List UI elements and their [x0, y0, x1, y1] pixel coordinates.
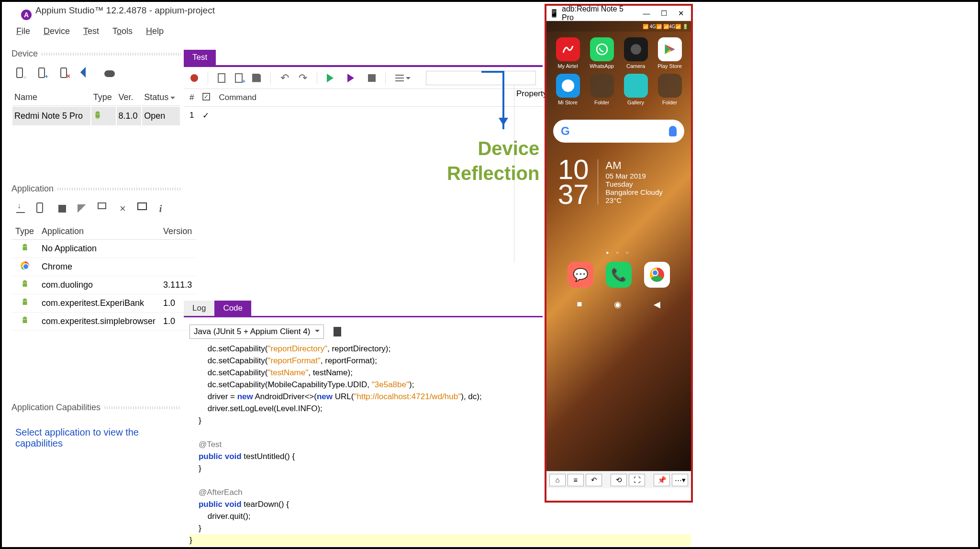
tab-test[interactable]: Test [184, 50, 216, 65]
checkbox-header[interactable]: ✓ [202, 93, 210, 101]
undo-icon[interactable]: ↶ [280, 72, 289, 84]
col-name[interactable]: Name [12, 90, 90, 106]
device-panel-title: Device [11, 49, 38, 59]
dw-menu-icon[interactable]: ≡ [568, 474, 584, 486]
col-hash: # [189, 93, 194, 102]
app-row[interactable]: Chrome [11, 258, 196, 276]
nav-home[interactable]: ◉ [614, 299, 622, 310]
dw-fullscreen-icon[interactable]: ⛶ [629, 474, 645, 486]
device-ver: 8.1.0 [117, 107, 142, 125]
google-search-bar[interactable]: G [553, 120, 684, 143]
menu-test[interactable]: Test [83, 26, 99, 36]
stop-run-icon[interactable] [368, 74, 376, 82]
android-icon [93, 111, 102, 119]
device-table: Name Type Ver. Status Redmi Note 5 Pro 8… [11, 89, 181, 126]
clipboard-icon[interactable] [334, 327, 341, 336]
col-type[interactable]: Type [11, 224, 38, 240]
maximize-button[interactable]: ☐ [657, 8, 671, 19]
menu-help[interactable]: Help [146, 26, 164, 36]
code-toolbar: Java (JUnit 5 + Appium Client 4) [184, 321, 347, 343]
app-gallery[interactable]: Gallery [621, 74, 650, 105]
camera-icon [624, 37, 648, 61]
dw-home-icon[interactable]: ⌂ [549, 474, 566, 486]
clock-widget[interactable]: 1037 AM 05 Mar 2019 Tuesday Bangalore Cl… [546, 152, 691, 212]
device-table-header: Name Type Ver. Status [12, 90, 180, 106]
app-row[interactable]: No Application [11, 240, 196, 258]
record-icon[interactable] [190, 74, 198, 82]
run-icon[interactable] [327, 74, 338, 82]
app-window-icon[interactable] [137, 202, 148, 215]
brush-icon[interactable] [78, 204, 86, 213]
dw-back-icon[interactable]: ↶ [586, 474, 602, 486]
app-mistore[interactable]: Mi Store [553, 74, 582, 105]
dock-messages[interactable]: 💬 [568, 262, 593, 288]
device-detect-icon[interactable] [16, 67, 27, 80]
device-window-title: adb:Redmi Note 5 Pro [562, 5, 636, 22]
app-playstore[interactable]: Play Store [655, 37, 684, 69]
device-add-icon[interactable] [38, 67, 49, 80]
device-reflection-window: 📱 adb:Redmi Note 5 Pro — ☐ ✕ 📶 4G📶 📶4G📶 … [545, 4, 693, 503]
app-row[interactable]: com.experitest.simplebrowser1.0 [11, 313, 196, 331]
col-app[interactable]: Application [38, 224, 159, 240]
close-button[interactable]: ✕ [674, 8, 688, 19]
device-edit-icon[interactable] [82, 67, 93, 80]
app-folder2[interactable]: Folder [655, 74, 684, 105]
app-airtel[interactable]: My Airtel [553, 37, 582, 69]
menubar: File Device Test Tools Help [2, 23, 543, 39]
close-icon[interactable]: × [120, 202, 126, 215]
app-camera[interactable]: Camera [621, 37, 650, 69]
test-tab-row: Test [184, 50, 543, 65]
app-whatsapp[interactable]: WhatsApp [587, 37, 616, 69]
app-row[interactable]: com.experitest.ExperiBank1.0 [11, 294, 196, 313]
dock: 💬 📞 [546, 262, 691, 288]
app-panel-title: Application [11, 184, 54, 194]
info-icon[interactable]: i [159, 203, 162, 214]
dw-pin-icon[interactable]: 📌 [654, 474, 670, 486]
nav-back[interactable]: ◀ [654, 299, 660, 310]
redo-icon[interactable]: ↷ [299, 72, 307, 84]
tab-log[interactable]: Log [184, 301, 214, 316]
save-icon[interactable] [252, 74, 261, 82]
col-ver[interactable]: Ver. [117, 90, 142, 106]
device-remove-icon[interactable] [60, 67, 71, 80]
dw-rotate-icon[interactable]: ⟲ [611, 474, 627, 486]
run-debug-icon[interactable] [347, 74, 358, 82]
dw-more-icon[interactable]: ⋯▾ [672, 474, 688, 486]
annotation-arrow [502, 72, 504, 129]
app-screen-icon[interactable] [98, 202, 108, 215]
device-row[interactable]: Redmi Note 5 Pro 8.1.0 Open [12, 107, 180, 125]
app-panel-header: Application [11, 184, 181, 194]
device-cloud-icon[interactable] [104, 67, 115, 80]
command-row[interactable]: 1 ✓ [184, 107, 543, 124]
view-icon[interactable] [395, 75, 411, 81]
center-toolbar: ↶ ↷ [184, 67, 543, 89]
mic-icon[interactable] [669, 126, 677, 136]
language-select[interactable]: Java (JUnit 5 + Appium Client 4) [189, 325, 324, 339]
col-type[interactable]: Type [91, 90, 116, 106]
app-folder1[interactable]: Folder [587, 74, 616, 105]
device-window-titlebar[interactable]: 📱 adb:Redmi Note 5 Pro — ☐ ✕ [546, 6, 691, 21]
stop-icon[interactable] [58, 205, 66, 213]
app-row[interactable]: com.duolingo3.111.3 [11, 276, 196, 294]
menu-device[interactable]: Device [44, 26, 70, 36]
new-doc-icon[interactable] [218, 73, 225, 83]
cap-message: Select application to view the capabilit… [11, 427, 181, 449]
device-screen[interactable]: 📶 4G📶 📶4G📶 🔋 My Airtel WhatsApp Camera P… [546, 21, 691, 471]
row-num: 1 [189, 111, 194, 121]
row-checkbox[interactable]: ✓ [202, 111, 209, 121]
add-doc-icon[interactable] [235, 73, 243, 83]
dock-phone[interactable]: 📞 [606, 262, 632, 288]
nav-recents[interactable]: ■ [577, 299, 582, 310]
dock-chrome[interactable] [644, 262, 670, 288]
col-status[interactable]: Status [142, 90, 180, 106]
menu-file[interactable]: File [16, 26, 30, 36]
device-name: Redmi Note 5 Pro [12, 107, 90, 125]
minimize-button[interactable]: — [639, 8, 654, 19]
page-indicator: ● ○ ○ [546, 250, 691, 255]
import-icon[interactable] [16, 204, 25, 213]
tab-code[interactable]: Code [214, 301, 251, 316]
search-input[interactable] [426, 71, 536, 85]
folder-icon [590, 74, 614, 98]
app-phone-icon[interactable] [36, 202, 47, 215]
menu-tools[interactable]: Tools [112, 26, 133, 36]
